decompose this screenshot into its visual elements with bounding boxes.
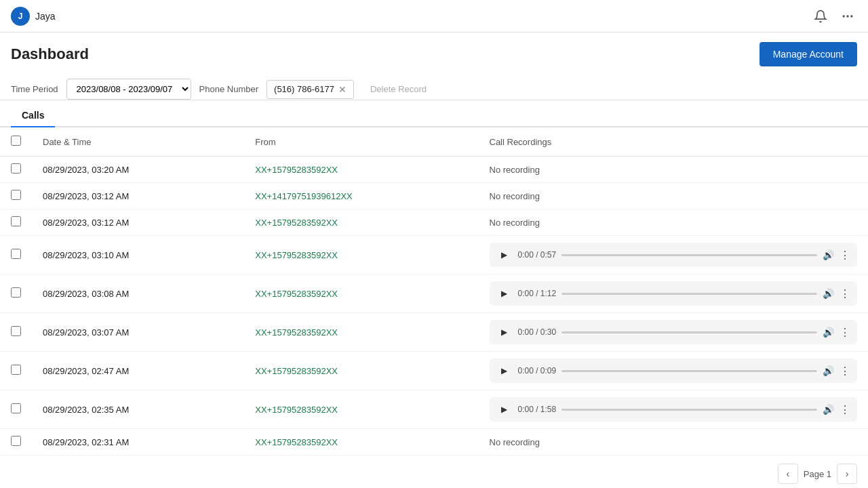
table-header-row: Date & Time From Call Recordings xyxy=(0,127,868,157)
cell-recording: ▶0:00 / 0:09🔊⋮ xyxy=(479,352,869,390)
cell-datetime: 08/29/2023, 02:35 AM xyxy=(32,390,244,429)
cell-recording: No recording xyxy=(479,183,869,209)
calls-table: Date & Time From Call Recordings 08/29/2… xyxy=(0,127,868,455)
column-recordings: Call Recordings xyxy=(479,127,869,157)
more-options-button[interactable] xyxy=(838,7,857,26)
row-checkbox[interactable] xyxy=(11,326,21,336)
svg-point-2 xyxy=(850,15,852,17)
row-checkbox-cell xyxy=(0,209,32,236)
time-display: 0:00 / 0:57 xyxy=(518,250,557,260)
cell-datetime: 08/29/2023, 02:47 AM xyxy=(32,352,244,390)
more-options-button[interactable]: ⋮ xyxy=(840,249,850,262)
from-number: XX+15795283592XX xyxy=(255,405,338,415)
cell-recording: ▶0:00 / 0:57🔊⋮ xyxy=(479,236,869,274)
more-options-button[interactable]: ⋮ xyxy=(840,365,850,378)
row-checkbox[interactable] xyxy=(11,403,21,413)
cell-from: XX+15795283592XX xyxy=(244,352,478,390)
row-checkbox-cell xyxy=(0,429,32,455)
row-checkbox-cell xyxy=(0,274,32,313)
row-checkbox-cell xyxy=(0,390,32,429)
more-options-button[interactable]: ⋮ xyxy=(840,403,850,416)
play-button[interactable]: ▶ xyxy=(496,363,513,379)
cell-from: XX+15795283592XX xyxy=(244,236,478,274)
audio-player: ▶0:00 / 0:30🔊⋮ xyxy=(490,320,858,344)
cell-datetime: 08/29/2023, 03:12 AM xyxy=(32,209,244,236)
cell-from: XX+15795283592XX xyxy=(244,274,478,313)
volume-button[interactable]: 🔊 xyxy=(823,288,834,299)
more-options-button[interactable]: ⋮ xyxy=(840,326,850,339)
volume-button[interactable]: 🔊 xyxy=(823,327,834,338)
cell-recording: No recording xyxy=(479,429,869,455)
audio-player: ▶0:00 / 1:12🔊⋮ xyxy=(490,281,858,306)
row-checkbox[interactable] xyxy=(11,190,21,200)
play-button[interactable]: ▶ xyxy=(496,247,513,263)
tab-calls[interactable]: Calls xyxy=(11,103,55,127)
time-display: 0:00 / 0:09 xyxy=(518,366,557,375)
audio-player: ▶0:00 / 1:58🔊⋮ xyxy=(490,397,858,422)
volume-button[interactable]: 🔊 xyxy=(823,365,834,376)
table-row: 08/29/2023, 03:10 AMXX+15795283592XX▶0:0… xyxy=(0,236,868,274)
row-checkbox-cell xyxy=(0,352,32,390)
cell-from: XX+15795283592XX xyxy=(244,209,478,236)
filter-bar: Time Period 2023/08/08 - 2023/09/07 Phon… xyxy=(0,73,868,100)
cell-from: XX+15795283592XX xyxy=(244,429,478,455)
row-checkbox-cell xyxy=(0,236,32,274)
row-checkbox[interactable] xyxy=(11,365,21,375)
time-period-select[interactable]: 2023/08/08 - 2023/09/07 xyxy=(66,79,191,100)
table-row: 08/29/2023, 03:07 AMXX+15795283592XX▶0:0… xyxy=(0,313,868,352)
next-page-button[interactable]: › xyxy=(837,464,857,484)
progress-bar[interactable] xyxy=(561,370,817,372)
table-row: 08/29/2023, 02:47 AMXX+15795283592XX▶0:0… xyxy=(0,352,868,390)
cell-from: XX+15795283592XX xyxy=(244,390,478,429)
cell-datetime: 08/29/2023, 02:31 AM xyxy=(32,429,244,455)
row-checkbox-cell xyxy=(0,157,32,183)
phone-number-close-icon[interactable]: ✕ xyxy=(338,84,347,95)
no-recording-label: No recording xyxy=(490,191,540,201)
audio-player: ▶0:00 / 0:57🔊⋮ xyxy=(490,243,858,267)
row-checkbox[interactable] xyxy=(11,436,21,446)
select-all-checkbox[interactable] xyxy=(11,136,21,146)
play-button[interactable]: ▶ xyxy=(496,401,513,418)
no-recording-label: No recording xyxy=(490,165,540,175)
cell-from: XX+15795283592XX xyxy=(244,157,478,183)
prev-page-button[interactable]: ‹ xyxy=(778,464,798,484)
delete-record-button[interactable]: Delete Record xyxy=(362,80,435,98)
cell-recording: ▶0:00 / 1:12🔊⋮ xyxy=(479,274,869,313)
time-display: 0:00 / 1:12 xyxy=(518,289,557,298)
column-datetime: Date & Time xyxy=(32,127,244,157)
cell-recording: No recording xyxy=(479,157,869,183)
row-checkbox[interactable] xyxy=(11,163,21,174)
from-number: XX+15795283592XX xyxy=(255,165,338,175)
cell-datetime: 08/29/2023, 03:10 AM xyxy=(32,236,244,274)
row-checkbox-cell xyxy=(0,313,32,352)
user-name: Jaya xyxy=(35,11,56,22)
top-bar-left: J Jaya xyxy=(11,7,56,26)
time-period-label: Time Period xyxy=(11,84,58,94)
row-checkbox[interactable] xyxy=(11,287,21,298)
tabs-container: Calls xyxy=(0,103,868,127)
table-row: 08/29/2023, 03:20 AMXX+15795283592XXNo r… xyxy=(0,157,868,183)
phone-number-value: (516) 786-6177 xyxy=(274,84,334,94)
avatar: J xyxy=(11,7,30,26)
from-number: XX+15795283592XX xyxy=(255,250,338,260)
cell-datetime: 08/29/2023, 03:12 AM xyxy=(32,183,244,209)
more-options-button[interactable]: ⋮ xyxy=(840,287,850,300)
row-checkbox[interactable] xyxy=(11,216,21,226)
cell-recording: ▶0:00 / 1:58🔊⋮ xyxy=(479,390,869,429)
phone-number-tag: (516) 786-6177 ✕ xyxy=(267,80,354,99)
progress-bar[interactable] xyxy=(561,293,817,295)
progress-bar[interactable] xyxy=(561,331,817,333)
volume-button[interactable]: 🔊 xyxy=(823,249,834,260)
progress-bar[interactable] xyxy=(561,254,817,256)
play-button[interactable]: ▶ xyxy=(496,285,513,302)
page-label: Page 1 xyxy=(804,469,831,479)
play-button[interactable]: ▶ xyxy=(496,324,513,340)
progress-bar[interactable] xyxy=(561,409,817,411)
manage-account-button[interactable]: Manage Account xyxy=(760,42,857,66)
top-bar-right xyxy=(811,7,857,26)
notifications-button[interactable] xyxy=(811,7,830,26)
column-from: From xyxy=(244,127,478,157)
row-checkbox[interactable] xyxy=(11,249,21,259)
volume-button[interactable]: 🔊 xyxy=(823,404,834,415)
from-number: XX+15795283592XX xyxy=(255,366,338,376)
